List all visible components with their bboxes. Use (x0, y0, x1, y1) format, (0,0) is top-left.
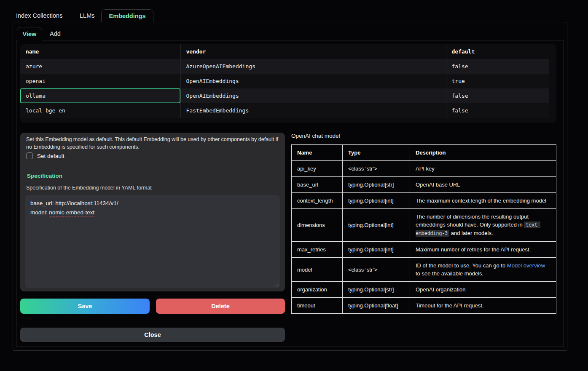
model-param-row-context_length: context_lengthtyping.Optional[int]The ma… (292, 193, 556, 209)
tab-index-collections[interactable]: Index Collections (16, 9, 62, 22)
param-name: base_url (292, 177, 343, 193)
description-text: OpenAI organization (416, 286, 466, 293)
model-column-description: Description (410, 145, 556, 161)
embedding-cell-default[interactable]: false (446, 88, 549, 103)
embedding-row-openai[interactable]: openaiOpenAIEmbeddingstrue (20, 74, 549, 88)
param-description: ID of the model to use. You can go to Mo… (410, 258, 556, 282)
model-param-row-timeout: timeouttyping.Optional[float]Timeout for… (292, 298, 556, 314)
specification-subtitle: Specification of the Embedding model in … (26, 185, 152, 191)
model-overview-link[interactable]: Model overview (507, 262, 545, 269)
model-param-row-max_retries: max_retriestyping.Optional[int]Maximum n… (292, 242, 556, 258)
tab-llms[interactable]: LLMs (80, 9, 94, 22)
embeddings-table-header: name vendor default (20, 44, 549, 59)
embedding-cell-name[interactable]: azure (20, 59, 180, 74)
set-default-description: Set this Embedding model as default. Thi… (26, 136, 279, 151)
set-default-checkbox-row[interactable]: Set default (26, 152, 64, 159)
description-text: ID of the model to use. You can go to (416, 262, 507, 269)
embedding-cell-vendor[interactable]: OpenAIEmbeddings (180, 88, 446, 103)
description-text: and later models. (449, 230, 493, 236)
column-header-default: default (446, 44, 549, 59)
delete-button[interactable]: Delete (156, 299, 285, 314)
embeddings-table: name vendor default azureAzureOpenAIEmbe… (20, 44, 556, 123)
yaml-editor[interactable]: base_url: http://localhost:11434/v1/ mod… (25, 195, 280, 288)
embedding-cell-vendor[interactable]: AzureOpenAIEmbeddings (180, 59, 446, 74)
embedding-row-ollama[interactable]: ollamaOpenAIEmbeddingsfalse (20, 88, 549, 103)
param-name: organization (292, 282, 343, 298)
param-type: typing.Optional[str] (343, 282, 410, 298)
param-type: typing.Optional[int] (343, 193, 410, 209)
description-text: to see the available models. (416, 270, 483, 277)
param-description: OpenAI organization (410, 282, 556, 298)
close-button[interactable]: Close (20, 328, 285, 342)
subtab-view-label: View (23, 31, 37, 37)
description-text: Timeout for the API request. (416, 302, 483, 309)
param-description: Timeout for the API request. (410, 298, 556, 314)
description-text: The maximum context length of the embedd… (416, 198, 546, 204)
model-param-row-base_url: base_urltyping.Optional[str]OpenAI base … (292, 177, 556, 193)
description-text: The number of dimensions the resulting o… (416, 214, 529, 228)
embedding-cell-default[interactable]: true (446, 74, 549, 88)
column-header-name: name (20, 44, 180, 59)
tab-embeddings[interactable]: Embeddings (101, 9, 153, 22)
param-description: Maximum number of retries for the API re… (410, 242, 556, 258)
embedding-cell-default[interactable]: false (446, 59, 549, 74)
param-type: typing.Optional[str] (343, 177, 410, 193)
param-name: model (292, 258, 343, 282)
set-default-checkbox[interactable] (26, 152, 33, 159)
subtab-add[interactable]: Add (50, 27, 61, 40)
yaml-line-1: base_url: http://localhost:11434/v1/ (30, 199, 275, 208)
yaml-model-value: nomic-embed-text (49, 209, 94, 216)
set-default-label: Set default (37, 153, 64, 159)
embedding-row-local-bge-en[interactable]: local-bge-enFastEmbedEmbeddingsfalse (20, 103, 549, 118)
embedding-cell-vendor[interactable]: OpenAIEmbeddings (180, 74, 446, 88)
model-param-row-api_key: api_key<class ‘str’>API key (292, 161, 556, 177)
model-info-title: OpenAI chat model (291, 133, 340, 139)
param-name: dimensions (292, 209, 343, 242)
param-type: typing.Optional[float] (343, 298, 410, 314)
model-info-table: Name Type Description api_key<class ‘str… (291, 144, 556, 314)
model-info-header: Name Type Description (292, 145, 556, 161)
embedding-cell-name[interactable]: ollama (20, 88, 180, 103)
resize-handle-icon[interactable] (274, 282, 279, 287)
embedding-row-azure[interactable]: azureAzureOpenAIEmbeddingsfalse (20, 59, 549, 74)
param-description: OpenAI base URL (410, 177, 556, 193)
embedding-cell-name[interactable]: openai (20, 74, 180, 88)
model-param-row-organization: organizationtyping.Optional[str]OpenAI o… (292, 282, 556, 298)
column-header-vendor: vendor (180, 44, 446, 59)
tab-embeddings-label: Embeddings (109, 13, 145, 19)
param-description: The number of dimensions the resulting o… (410, 209, 556, 242)
param-name: context_length (292, 193, 343, 209)
embedding-cell-name[interactable]: local-bge-en (20, 103, 180, 118)
default-settings-card: Set this Embedding model as default. Thi… (20, 133, 285, 291)
description-text: Maximum number of retries for the API re… (416, 246, 531, 253)
param-name: timeout (292, 298, 343, 314)
subtab-view[interactable]: View (17, 27, 42, 40)
yaml-line-2: model: nomic-embed-text (30, 208, 275, 217)
save-button[interactable]: Save (20, 299, 150, 314)
model-column-type: Type (343, 145, 410, 161)
description-text: API key (416, 165, 435, 172)
param-name: max_retries (292, 242, 343, 258)
embedding-cell-vendor[interactable]: FastEmbedEmbeddings (180, 103, 446, 118)
param-description: API key (410, 161, 556, 177)
model-param-row-model: model<class ‘str’>ID of the model to use… (292, 258, 556, 282)
model-param-row-dimensions: dimensionstyping.Optional[int]The number… (292, 209, 556, 242)
embedding-cell-default[interactable]: false (446, 103, 549, 118)
param-type: typing.Optional[int] (343, 242, 410, 258)
param-description: The maximum context length of the embedd… (410, 193, 556, 209)
param-type: <class ‘str’> (343, 258, 410, 282)
param-type: typing.Optional[int] (343, 209, 410, 242)
specification-heading: Specification (27, 173, 62, 179)
model-column-name: Name (292, 145, 343, 161)
description-text: OpenAI base URL (416, 181, 460, 188)
param-type: <class ‘str’> (343, 161, 410, 177)
param-name: api_key (292, 161, 343, 177)
